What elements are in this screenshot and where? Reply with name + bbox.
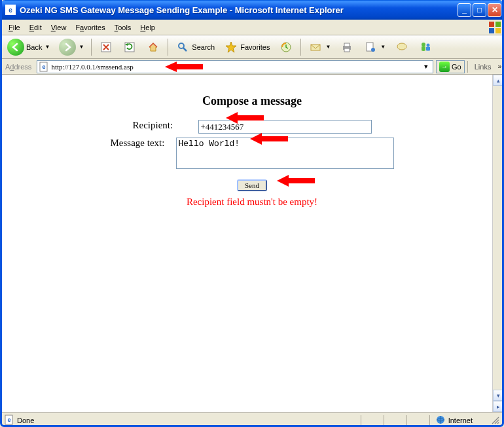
svg-rect-1: [495, 22, 501, 27]
print-icon: [340, 40, 354, 54]
url-text: http://127.0.0.1/smssend.asp: [51, 63, 419, 71]
error-message: Recipient field mustn't be empty!: [187, 196, 317, 208]
resize-grip-icon[interactable]: [491, 416, 500, 425]
svg-rect-3: [495, 28, 501, 33]
forward-arrow-icon: [59, 39, 76, 56]
send-row: Send: [237, 179, 267, 191]
svg-point-14: [371, 48, 375, 52]
print-button[interactable]: [336, 38, 357, 56]
go-label: Go: [452, 63, 461, 71]
menu-file[interactable]: File: [4, 22, 25, 33]
recipient-input[interactable]: [198, 120, 372, 134]
internet-zone-icon: [435, 415, 446, 426]
toolbar: Back ▼ ▼ Search Favorites ▼ ▼: [0, 35, 504, 59]
svg-line-7: [183, 48, 187, 51]
separator: [168, 39, 168, 56]
back-label: Back: [26, 43, 42, 51]
zone-text: Internet: [448, 417, 473, 424]
history-button[interactable]: [276, 38, 297, 56]
messenger-icon: [418, 40, 433, 54]
chevron-right-icon[interactable]: »: [497, 63, 501, 70]
message-row: Message text:: [111, 138, 394, 169]
messenger-button[interactable]: [415, 38, 436, 56]
page-heading: Compose a message: [202, 94, 302, 108]
search-icon: [175, 40, 190, 54]
star-icon: [224, 40, 238, 54]
menu-edit[interactable]: Edit: [25, 22, 46, 33]
home-button[interactable]: [143, 38, 164, 56]
scroll-horiz-icon[interactable]: ▸: [493, 401, 503, 412]
svg-rect-0: [489, 22, 494, 27]
message-label: Message text:: [111, 138, 176, 169]
separator: [300, 39, 301, 56]
vertical-scrollbar[interactable]: ▴ ▾ ▸: [492, 75, 503, 412]
svg-point-15: [397, 43, 406, 50]
send-button[interactable]: Send: [237, 179, 267, 191]
windows-logo-icon: [488, 21, 501, 34]
svg-rect-12: [344, 48, 350, 52]
window-buttons: _ □ ✕: [458, 3, 501, 17]
chevron-down-icon: ▼: [380, 44, 386, 50]
scroll-down-icon[interactable]: ▾: [493, 390, 503, 401]
svg-point-16: [422, 43, 425, 46]
back-arrow-icon: [7, 39, 24, 56]
menu-view[interactable]: View: [46, 22, 71, 33]
address-input-wrapper[interactable]: e http://127.0.0.1/smssend.asp ▾: [37, 60, 433, 73]
discuss-button[interactable]: [391, 38, 412, 56]
menu-tools[interactable]: Tools: [110, 22, 136, 33]
links-label[interactable]: Links: [471, 63, 495, 71]
mail-button[interactable]: ▼: [305, 38, 334, 56]
address-label: Address: [3, 63, 34, 71]
svg-point-6: [179, 43, 184, 48]
history-icon: [279, 40, 293, 54]
stop-icon: [99, 40, 113, 54]
svg-rect-2: [489, 28, 494, 33]
status-text: Done: [17, 417, 34, 424]
menu-help[interactable]: Help: [135, 22, 160, 33]
menu-bar: File Edit View Favorites Tools Help: [0, 20, 504, 35]
close-button[interactable]: ✕: [488, 3, 501, 17]
mail-icon: [308, 40, 323, 54]
dropdown-icon[interactable]: ▾: [421, 62, 431, 71]
favorites-button[interactable]: Favorites: [221, 38, 273, 56]
chevron-down-icon: ▼: [325, 44, 331, 50]
home-icon: [146, 40, 160, 54]
minimize-button[interactable]: _: [458, 3, 471, 17]
maximize-button[interactable]: □: [473, 3, 486, 17]
refresh-button[interactable]: [119, 38, 140, 56]
ie-icon: e: [5, 5, 16, 15]
svg-rect-11: [344, 43, 350, 46]
chevron-down-icon: ▼: [45, 44, 50, 50]
done-icon: e: [4, 415, 14, 426]
refresh-icon: [122, 40, 137, 54]
menu-favorites[interactable]: Favorites: [71, 22, 109, 33]
page-icon: e: [39, 62, 49, 72]
go-button[interactable]: → Go: [436, 60, 465, 73]
chevron-down-icon: ▼: [79, 44, 84, 50]
search-label: Search: [192, 43, 215, 51]
back-button[interactable]: Back ▼: [4, 37, 53, 58]
search-button[interactable]: Search: [172, 38, 218, 56]
edit-icon: [363, 40, 378, 54]
svg-point-17: [427, 43, 430, 46]
recipient-row: Recipient:: [133, 120, 372, 134]
message-textarea[interactable]: [176, 138, 394, 169]
status-bar: e Done Internet: [0, 413, 504, 427]
page-viewport: Compose a message Recipient: Message tex…: [0, 75, 504, 413]
stop-button[interactable]: [96, 38, 117, 56]
edit-button[interactable]: ▼: [360, 38, 389, 56]
svg-text:e: e: [43, 64, 46, 70]
separator: [91, 39, 92, 56]
go-arrow-icon: →: [439, 62, 450, 72]
svg-text:e: e: [7, 417, 10, 423]
discuss-icon: [395, 40, 409, 54]
window-title: Ozeki NG SMS Gateway Message Sending Exa…: [18, 5, 458, 15]
recipient-label: Recipient:: [133, 120, 198, 134]
window-titlebar: e Ozeki NG SMS Gateway Message Sending E…: [0, 0, 504, 20]
scroll-up-icon[interactable]: ▴: [493, 75, 503, 86]
address-bar: Address e http://127.0.0.1/smssend.asp ▾…: [0, 59, 504, 75]
forward-button[interactable]: ▼: [56, 37, 87, 58]
favorites-label: Favorites: [240, 43, 270, 51]
